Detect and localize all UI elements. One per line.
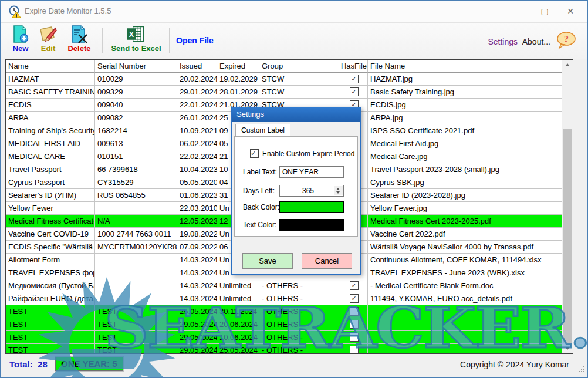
app-clock-warning-icon xyxy=(8,5,21,18)
maximize-button[interactable]: ▢ xyxy=(532,1,557,21)
column-header-serial[interactable]: Serial Number xyxy=(95,60,177,73)
cell-serial: 009082 xyxy=(95,112,177,124)
vertical-scrollbar[interactable] xyxy=(562,60,573,353)
delete-button[interactable]: Delete xyxy=(62,25,96,56)
table-row[interactable]: BASIC SAFETY TRAINING00932929.01.202428.… xyxy=(6,86,562,99)
resize-grip[interactable] xyxy=(577,365,584,372)
dialog-title-bar[interactable]: Settings xyxy=(232,107,360,122)
cell-file: ISPS SSO Certificate 2021.pdf xyxy=(368,124,562,137)
scrollbar-thumb[interactable] xyxy=(563,129,572,343)
cell-hasfile: ✓ xyxy=(340,86,368,99)
send-to-excel-button[interactable]: X Send to Excel xyxy=(109,25,164,56)
table-row[interactable]: TESTTEST29.05.202420.06.2024- OTHERS - xyxy=(6,318,562,331)
cell-expired: Unlimited xyxy=(217,292,259,305)
checkbox-unchecked-icon[interactable] xyxy=(350,346,359,354)
cell-file: - Medical Certificate Blank Form.doc xyxy=(368,279,562,292)
column-header-file[interactable]: File Name xyxy=(368,60,562,73)
cell-issued: 29.01.2024 xyxy=(177,86,217,99)
cell-name: Yellow Fewer xyxy=(6,202,95,215)
table-row[interactable]: TESTTEST25.05.202430.11.2024- OTHERS - xyxy=(6,305,562,318)
back-color-swatch[interactable] xyxy=(279,201,344,213)
cell-name: Медкомиссия (Пустой Бл... xyxy=(6,279,95,292)
one-year-badge: ONE YEAR: 5 xyxy=(55,357,123,371)
cell-name: TEST xyxy=(6,344,95,354)
table-row[interactable]: Райфайзен EURO (детали...14.03.2024Unlim… xyxy=(6,292,562,305)
settings-dialog: Settings Custom Label ✓Enable Custom Exp… xyxy=(231,107,361,275)
cell-name: BASIC SAFETY TRAINING xyxy=(6,86,95,99)
cell-group: - OTHERS - xyxy=(259,344,340,354)
column-header-name[interactable]: Name xyxy=(6,60,95,73)
cell-group: STCW xyxy=(259,73,340,86)
cell-name: Medical Fitness Certificate xyxy=(6,215,95,228)
checkbox-checked-icon[interactable]: ✓ xyxy=(350,87,359,96)
toolbar: New Edit Delete xyxy=(1,23,587,59)
table-row[interactable]: HAZMAT01002920.02.202419.02.2029STCW✓HAZ… xyxy=(6,73,562,86)
cell-file xyxy=(368,344,562,354)
open-file-button[interactable]: Open File xyxy=(176,36,214,45)
edit-button[interactable]: Edit xyxy=(35,25,61,56)
checkbox-unchecked-icon[interactable] xyxy=(350,333,359,342)
cancel-button[interactable]: Cancel xyxy=(302,253,352,269)
close-button[interactable]: ✕ xyxy=(557,1,583,21)
cell-hasfile: ✓ xyxy=(340,73,368,86)
cell-serial xyxy=(95,279,177,292)
label-text-input[interactable]: ONE YEAR xyxy=(279,166,344,178)
cell-issued: 10.09.2021 xyxy=(177,124,217,137)
edit-button-label: Edit xyxy=(35,44,61,53)
cell-group: - OTHERS - xyxy=(259,318,340,331)
scroll-down-button[interactable] xyxy=(562,343,573,353)
help-question-icon[interactable]: ? xyxy=(556,31,576,49)
checkbox-unchecked-icon[interactable] xyxy=(350,307,359,316)
checkbox-checked-icon[interactable]: ✓ xyxy=(350,75,359,83)
cell-serial: 009329 xyxy=(95,86,177,99)
save-button[interactable]: Save xyxy=(242,253,293,269)
cell-group: - OTHERS - xyxy=(259,292,340,305)
cell-file: Wärtsilä Voyage NaviSailor 4000 by Trans… xyxy=(368,241,562,254)
checkbox-checked-icon[interactable]: ✓ xyxy=(350,281,359,290)
cell-issued: 01.06.2023 xyxy=(177,189,217,202)
column-header-group[interactable]: Group xyxy=(259,60,340,73)
table-row[interactable]: TESTTEST29.05.202425.05.2024- OTHERS - xyxy=(6,344,562,354)
cell-serial: TEST xyxy=(95,344,177,354)
tab-custom-label[interactable]: Custom Label xyxy=(235,124,290,136)
cell-expired: 19.02.2029 xyxy=(217,73,259,86)
column-header-hasfile[interactable]: HasFile xyxy=(340,60,368,73)
scroll-up-button[interactable] xyxy=(562,60,573,70)
cell-expired: 10.06.2024 xyxy=(217,331,259,344)
cell-file: 111494, Y.KOMAR, EURO acc_details.pdf xyxy=(368,292,562,305)
days-left-stepper[interactable]: 365 xyxy=(279,185,344,197)
back-color-label: Back Color: xyxy=(243,203,279,211)
cell-issued: 26.01.2024 xyxy=(177,112,217,124)
title-bar[interactable]: Expire Date Monitor 1.5.5 – ▢ ✕ xyxy=(1,1,587,23)
stepper-arrows[interactable] xyxy=(334,186,343,195)
cell-issued: 06.02.2024 xyxy=(177,137,217,150)
delete-button-label: Delete xyxy=(62,44,96,53)
text-color-swatch[interactable] xyxy=(279,219,344,231)
cell-serial: N/A xyxy=(95,215,177,228)
new-button[interactable]: New xyxy=(7,25,34,56)
cell-hasfile xyxy=(340,305,368,318)
cell-serial: CY315529 xyxy=(95,176,177,189)
cell-name: ECDIS xyxy=(6,99,95,112)
cell-file xyxy=(368,305,562,318)
enable-custom-expire-checkbox[interactable]: ✓Enable Custom Expire Period xyxy=(250,150,354,158)
about-button[interactable]: About... xyxy=(522,37,550,46)
cell-hasfile: ✓ xyxy=(340,279,368,292)
cell-issued: 22.03.2010 xyxy=(177,202,217,215)
cell-issued: 22.01.2024 xyxy=(177,99,217,112)
table-row[interactable]: TESTTEST29.05.202410.06.2024- OTHERS - xyxy=(6,331,562,344)
column-header-issued[interactable]: Issued xyxy=(177,60,217,73)
table-row[interactable]: Медкомиссия (Пустой Бл...14.03.2024Unlim… xyxy=(6,279,562,292)
checkbox-checked-icon[interactable]: ✓ xyxy=(350,294,359,303)
cell-serial: 66 7399618 xyxy=(95,163,177,176)
cell-name: Training of Ship's Security O... xyxy=(6,124,95,137)
cell-group: - OTHERS - xyxy=(259,305,340,318)
cell-serial: 010029 xyxy=(95,73,177,86)
cell-file: ARPA.jpg xyxy=(368,112,562,124)
settings-button[interactable]: Settings xyxy=(488,37,518,46)
cell-issued: 29.05.2024 xyxy=(177,331,217,344)
minimize-button[interactable]: – xyxy=(505,1,530,21)
column-header-expired[interactable]: Expired xyxy=(217,60,259,73)
checkbox-unchecked-icon[interactable] xyxy=(350,320,359,329)
cell-name: ECDIS Specific "Wärtsilä N... xyxy=(6,241,95,254)
